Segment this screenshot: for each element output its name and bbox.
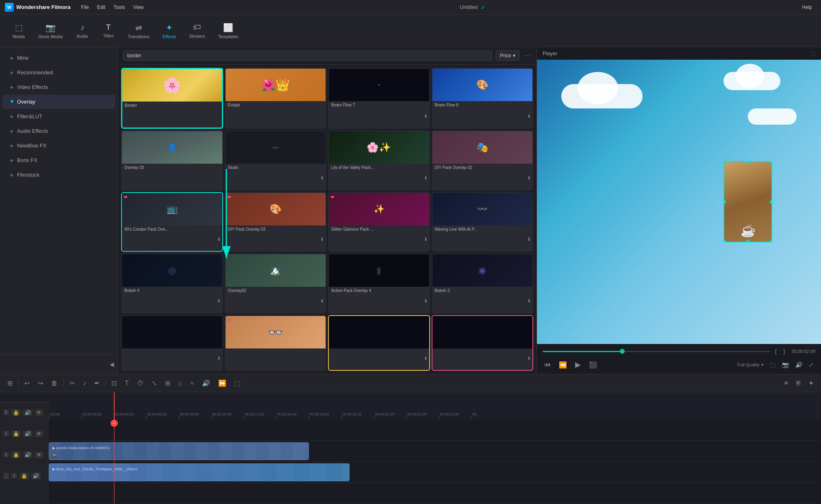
effect-card-bokeh3[interactable]: ◉ ⬇ Bokeh 3 <box>432 253 534 314</box>
sidebar-item-audio-effects[interactable]: ▶ Audio Effects <box>2 124 115 138</box>
screenshot-button[interactable]: 📷 <box>780 360 791 370</box>
sidebar-item-recommended[interactable]: ▶ Recommended <box>2 65 115 80</box>
skip-back-button[interactable]: ⏮ <box>543 359 552 370</box>
toolbar-templates[interactable]: ⬜ Templates <box>212 19 244 42</box>
effect-card-beam-flow-6[interactable]: 🎨 ⬇ Beam Flow 6 <box>432 68 534 129</box>
track2-clip[interactable]: ▶ pexels-vlada-karpov-ch-9368974 🎬 <box>49 442 309 460</box>
menu-tools[interactable]: Tools <box>109 3 129 12</box>
audio1-volume-icon[interactable]: 🔊 <box>31 473 41 479</box>
effect-card-person[interactable]: 👓 ❤ <box>225 315 327 371</box>
resize-handle-tr[interactable] <box>770 161 772 164</box>
effect-card-diy03[interactable]: 🎨 ❤ ⬇ DIY Pack Overlay 03 <box>225 192 327 252</box>
effect-card-empty3[interactable]: ⬇ <box>432 315 534 371</box>
timeline-sun-button[interactable]: ☀ <box>781 378 791 389</box>
track3-lock-icon[interactable]: 🔒 <box>11 409 21 416</box>
track3-eye-icon[interactable]: 👁 <box>35 409 43 416</box>
menu-view[interactable]: View <box>129 3 148 12</box>
timeline-pen-button[interactable]: ✒ <box>92 378 102 389</box>
timeline-delete-button[interactable]: 🗑 <box>49 378 60 389</box>
effect-card-bokeh4[interactable]: ◎ ⬇ Bokeh 4 <box>121 253 223 314</box>
effect-card-studs[interactable]: ▪▪▪ ⬇ Studs <box>225 130 327 190</box>
timeline-transform-button[interactable]: ⤡ <box>149 378 159 389</box>
menu-help[interactable]: Help <box>798 3 816 12</box>
toolbar-stickers[interactable]: 🏷 Stickers <box>183 19 211 42</box>
timeline-settings-button[interactable]: ✦ <box>806 378 816 389</box>
resize-handle-bc[interactable] <box>746 240 749 242</box>
bracket-out[interactable]: } <box>782 347 787 355</box>
timeline-speed-button[interactable]: ≈ <box>188 378 196 389</box>
track2-lock-icon[interactable]: 🔒 <box>11 430 21 437</box>
toolbar-media[interactable]: ⬚ Media <box>7 19 31 42</box>
timeline-text-button[interactable]: T <box>122 378 131 389</box>
effect-card-90s[interactable]: 📺 ❤ ⬇ 90's Creator Pack Ove... <box>121 192 223 252</box>
timeline-fill-button[interactable]: ⌂ <box>176 378 185 389</box>
track2-eye-icon[interactable]: 👁 <box>35 430 43 437</box>
sidebar-item-newblue-fx[interactable]: ▶ NewBlue FX <box>2 138 115 153</box>
progress-thumb[interactable] <box>620 349 625 354</box>
sidebar-item-video-effects[interactable]: ▶ Video Effects <box>2 80 115 94</box>
effect-card-empty1[interactable]: ⬇ <box>121 315 223 371</box>
track1-eye-icon[interactable]: 👁 <box>35 452 43 458</box>
fullscreen-button[interactable]: ⬚ <box>769 360 777 370</box>
effect-card-action4[interactable]: ▮ ⬇ Action Pack Overlay 4 <box>328 253 430 314</box>
play-button[interactable]: ▶ <box>573 359 582 371</box>
toolbar-transitions[interactable]: ⇌ Transitions <box>122 19 155 42</box>
timeline-shield-button[interactable]: ⛨ <box>793 378 804 389</box>
effect-card-border[interactable]: 🌸 Border <box>121 68 223 129</box>
effect-card-diy02[interactable]: 🎭 ⬇ DIY Pack Overlay 02 <box>432 130 534 190</box>
effect-card-emojis[interactable]: 🌺👑 ⬇ Emojis <box>225 68 327 129</box>
toolbar-titles[interactable]: T Titles <box>96 20 121 41</box>
timeline-zoom-fit-button[interactable]: ⊞ <box>163 378 173 389</box>
timeline-forward-button[interactable]: ⏩ <box>216 378 229 389</box>
resize-handle-rc[interactable] <box>770 200 772 203</box>
audio1-lock-icon[interactable]: 🔒 <box>20 473 29 479</box>
timeline-grid-button[interactable]: ⊞ <box>5 378 15 389</box>
player-expand-icon[interactable]: ⬚ <box>810 50 815 56</box>
effect-card-beam-flow-7[interactable]: ▪ ⬇ Beam Flow 7 <box>328 68 430 129</box>
track1-clip[interactable]: ▶ Blue_Sky_and_Clouds_Timelapse_0898__Vi… <box>49 463 350 481</box>
menu-edit[interactable]: Edit <box>93 3 110 12</box>
timeline-audio-button[interactable]: ♪ <box>80 378 89 389</box>
timeline-cut-button[interactable]: ✂ <box>67 378 77 389</box>
effect-card-overlay02[interactable]: 🏔️ ⬇ Overlay02 <box>225 253 327 314</box>
stop-button[interactable]: ⬛ <box>587 359 599 370</box>
bracket-in[interactable]: { <box>773 347 779 355</box>
timeline-audio2-button[interactable]: 🔊 <box>200 378 213 389</box>
search-input[interactable] <box>123 50 492 61</box>
track3-volume-icon[interactable]: 🔊 <box>23 409 33 416</box>
sidebar-item-overlay[interactable]: ▶ Overlay <box>2 95 115 109</box>
timeline-ruler[interactable]: :00:00 00:00:02:00 00:00:04:00 00:00:06:… <box>49 392 821 420</box>
collapse-panel-button[interactable]: ◀ <box>108 356 116 372</box>
sidebar-item-boris-fx[interactable]: ▶ Boris FX <box>2 153 115 167</box>
effect-card-waving[interactable]: 〰️ ⬇ Waving Line With Ai P... <box>432 192 534 252</box>
timeline-undo-button[interactable]: ↩ <box>22 378 32 389</box>
sidebar-item-filter-lut[interactable]: ▶ Filter&LUT <box>2 109 115 123</box>
audio-effects-arrow: ▶ <box>11 129 14 133</box>
more-player-button[interactable]: ⤢ <box>807 360 815 370</box>
toolbar-effects[interactable]: ✦ Effects <box>157 19 182 42</box>
track1-volume-icon[interactable]: 🔊 <box>23 452 33 458</box>
effect-card-glitter[interactable]: ✨ ❤ ⬇ Glitter Glamour Pack ... <box>328 192 430 252</box>
timeline-crop-button[interactable]: ⊡ <box>109 378 119 389</box>
frame-back-button[interactable]: ⏪ <box>557 359 569 370</box>
timeline-redo-button[interactable]: ↪ <box>35 378 46 389</box>
toolbar-stock-media[interactable]: 📷 Stock Media <box>33 19 69 42</box>
track1-lock-icon[interactable]: 🔒 <box>11 452 21 458</box>
sidebar-item-filmstock[interactable]: ▶ Filmstock <box>2 168 115 182</box>
effect-card-lily[interactable]: 🌸✨ ⬇ Lily of the Valley Pack... <box>328 130 430 190</box>
effect-card-overlay03[interactable]: 👤 Overlay 03 <box>121 130 223 190</box>
price-filter-button[interactable]: Price ▾ <box>495 50 519 61</box>
timeline-pip-button[interactable]: ⬚ <box>232 378 243 389</box>
resize-handle-bl[interactable] <box>723 240 726 242</box>
more-options-button[interactable]: ··· <box>523 50 532 61</box>
track2-volume-icon[interactable]: 🔊 <box>23 430 33 437</box>
quality-selector[interactable]: Full Quality ▾ <box>737 362 764 368</box>
volume-button[interactable]: 🔊 <box>794 360 804 370</box>
progress-track[interactable] <box>543 351 770 352</box>
player-overlay-image[interactable]: ☕ <box>723 161 772 242</box>
menu-file[interactable]: File <box>77 3 93 12</box>
timeline-timer-button[interactable]: ⏱ <box>135 378 146 389</box>
toolbar-audio[interactable]: ♪ Audio <box>70 19 95 42</box>
effect-card-empty2[interactable]: ⬇ <box>328 315 430 371</box>
sidebar-item-mine[interactable]: ▶ Mine <box>2 51 115 65</box>
